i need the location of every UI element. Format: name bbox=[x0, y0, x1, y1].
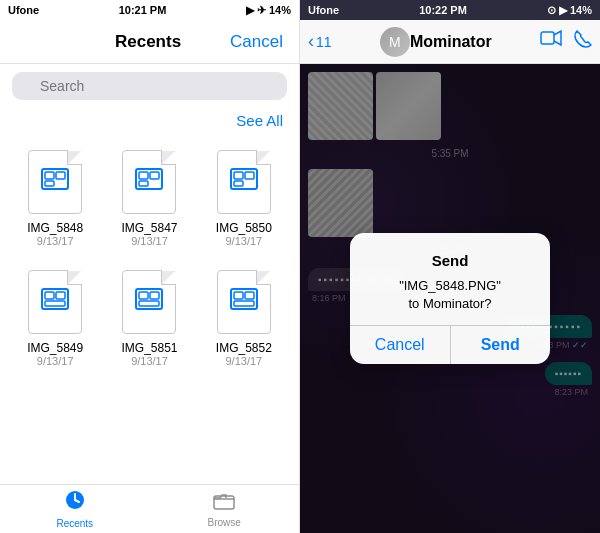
recents-icon bbox=[64, 489, 86, 516]
dialog-message: "IMG_5848.PNG" to Mominator? bbox=[366, 277, 534, 313]
svg-rect-28 bbox=[541, 32, 554, 44]
file-name-5: IMG_5852 bbox=[216, 341, 272, 355]
right-panel: Ufone 10:22 PM ⊙ ▶ 14% ‹ 11 M Mominator bbox=[300, 0, 600, 533]
svg-rect-15 bbox=[45, 301, 65, 306]
status-bar-right: Ufone 10:22 PM ⊙ ▶ 14% bbox=[300, 0, 600, 20]
time-right: 10:22 PM bbox=[419, 4, 467, 16]
file-item-3[interactable]: IMG_5849 9/13/17 bbox=[8, 257, 102, 377]
dialog-body: Send "IMG_5848.PNG" to Mominator? bbox=[350, 233, 550, 325]
dialog-overlay: Send "IMG_5848.PNG" to Mominator? Cancel… bbox=[300, 64, 600, 533]
nav-title-left: Recents bbox=[115, 32, 181, 52]
dialog-cancel-button[interactable]: Cancel bbox=[350, 326, 451, 364]
dialog-recipient: to Mominator? bbox=[408, 296, 491, 311]
left-panel: Ufone 10:21 PM ▶ ✈ 14% Recents Cancel 🔍 … bbox=[0, 0, 300, 533]
file-date-1: 9/13/17 bbox=[131, 235, 168, 247]
dialog-send-button[interactable]: Send bbox=[451, 326, 551, 364]
svg-rect-22 bbox=[245, 292, 254, 299]
browse-icon bbox=[213, 490, 235, 515]
svg-rect-7 bbox=[139, 181, 148, 186]
tab-recents[interactable]: Recents bbox=[0, 485, 150, 533]
file-img-5 bbox=[230, 288, 258, 316]
svg-rect-23 bbox=[234, 301, 254, 306]
files-grid: IMG_5848 9/13/17 IMG_5847 9/13/ bbox=[0, 137, 299, 377]
file-img-1 bbox=[135, 168, 163, 196]
file-icon-1 bbox=[119, 147, 179, 217]
chat-header-content: M Mominator bbox=[380, 27, 492, 57]
svg-rect-1 bbox=[45, 172, 54, 179]
file-date-3: 9/13/17 bbox=[37, 355, 74, 367]
file-name-4: IMG_5851 bbox=[121, 341, 177, 355]
tab-browse-label: Browse bbox=[208, 517, 241, 528]
search-bar: 🔍 bbox=[0, 64, 299, 108]
svg-rect-10 bbox=[245, 172, 254, 179]
file-item-5[interactable]: IMG_5852 9/13/17 bbox=[197, 257, 291, 377]
file-name-1: IMG_5847 bbox=[121, 221, 177, 235]
see-all-row: See All bbox=[0, 108, 299, 137]
file-img-3 bbox=[41, 288, 69, 316]
svg-rect-14 bbox=[56, 292, 65, 299]
file-date-0: 9/13/17 bbox=[37, 235, 74, 247]
carrier-right: Ufone bbox=[308, 4, 339, 16]
file-item-2[interactable]: IMG_5850 9/13/17 bbox=[197, 137, 291, 257]
file-item-0[interactable]: IMG_5848 9/13/17 bbox=[8, 137, 102, 257]
dialog-title: Send bbox=[366, 251, 534, 271]
file-icon-4 bbox=[119, 267, 179, 337]
tab-bar: Recents Browse bbox=[0, 484, 299, 533]
see-all-button[interactable]: See All bbox=[236, 112, 283, 129]
dialog-filename: "IMG_5848.PNG" bbox=[399, 278, 501, 293]
time-left: 10:21 PM bbox=[119, 4, 167, 16]
chat-actions bbox=[540, 30, 592, 53]
file-icon-2 bbox=[214, 147, 274, 217]
svg-rect-17 bbox=[139, 292, 148, 299]
back-count: 11 bbox=[316, 34, 332, 50]
file-item-4[interactable]: IMG_5851 9/13/17 bbox=[102, 257, 196, 377]
file-date-4: 9/13/17 bbox=[131, 355, 168, 367]
status-bar-left: Ufone 10:21 PM ▶ ✈ 14% bbox=[0, 0, 299, 20]
back-button[interactable]: ‹ 11 bbox=[308, 31, 332, 52]
cancel-button[interactable]: Cancel bbox=[230, 32, 283, 52]
svg-rect-5 bbox=[139, 172, 148, 179]
tab-recents-label: Recents bbox=[56, 518, 93, 529]
file-img-0 bbox=[41, 168, 69, 196]
tab-browse[interactable]: Browse bbox=[150, 485, 300, 533]
chat-title: Mominator bbox=[410, 33, 492, 51]
svg-rect-3 bbox=[45, 181, 54, 186]
battery-right: ⊙ ▶ 14% bbox=[547, 4, 592, 17]
svg-rect-18 bbox=[150, 292, 159, 299]
dialog-actions: Cancel Send bbox=[350, 325, 550, 364]
nav-bar-left: Recents Cancel bbox=[0, 20, 299, 64]
file-name-2: IMG_5850 bbox=[216, 221, 272, 235]
file-img-2 bbox=[230, 168, 258, 196]
svg-rect-19 bbox=[139, 301, 159, 306]
chat-nav: ‹ 11 M Mominator bbox=[300, 20, 600, 64]
file-date-2: 9/13/17 bbox=[225, 235, 262, 247]
svg-rect-21 bbox=[234, 292, 243, 299]
svg-rect-2 bbox=[56, 172, 65, 179]
file-date-5: 9/13/17 bbox=[225, 355, 262, 367]
carrier-left: Ufone bbox=[8, 4, 39, 16]
avatar: M bbox=[380, 27, 410, 57]
chevron-left-icon: ‹ bbox=[308, 31, 314, 52]
file-icon-5 bbox=[214, 267, 274, 337]
file-icon-3 bbox=[25, 267, 85, 337]
battery-left: ▶ ✈ 14% bbox=[246, 4, 291, 17]
file-icon-0 bbox=[25, 147, 85, 217]
chat-info: M Mominator bbox=[332, 27, 540, 57]
svg-rect-6 bbox=[150, 172, 159, 179]
file-img-4 bbox=[135, 288, 163, 316]
svg-rect-13 bbox=[45, 292, 54, 299]
dialog-box: Send "IMG_5848.PNG" to Mominator? Cancel… bbox=[350, 233, 550, 364]
chat-messages-area: 5:35 PM 5:35 PM ▪▪▪▪▪▪▪▪▪▪▪▪▪▪ 8:16 PM ▪… bbox=[300, 64, 600, 533]
svg-rect-9 bbox=[234, 172, 243, 179]
file-name-3: IMG_5849 bbox=[27, 341, 83, 355]
search-input[interactable] bbox=[12, 72, 287, 100]
svg-rect-11 bbox=[234, 181, 243, 186]
file-name-0: IMG_5848 bbox=[27, 221, 83, 235]
phone-icon[interactable] bbox=[574, 30, 592, 53]
file-item-1[interactable]: IMG_5847 9/13/17 bbox=[102, 137, 196, 257]
video-call-icon[interactable] bbox=[540, 30, 562, 53]
